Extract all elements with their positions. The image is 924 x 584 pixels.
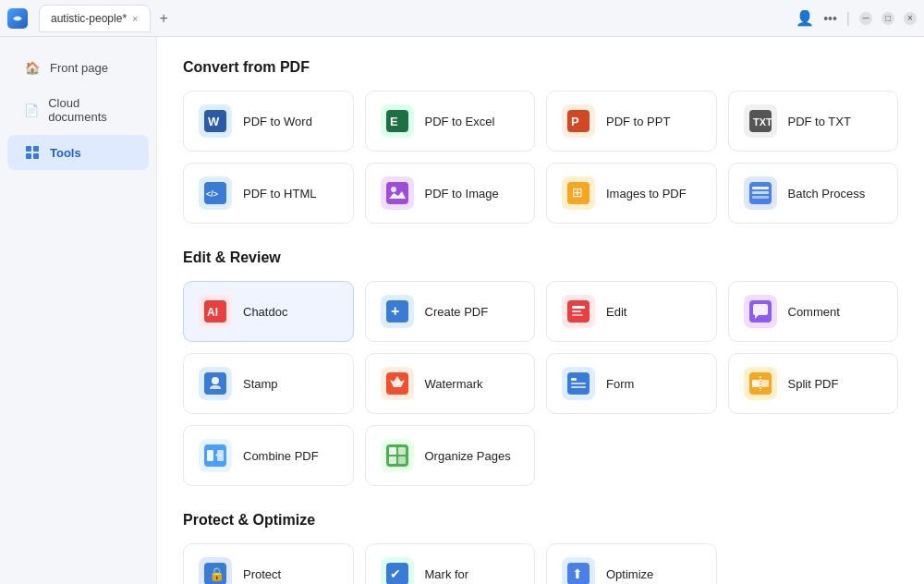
tool-images-to-pdf[interactable]: ⊞ Images to PDF — [546, 163, 717, 224]
svg-point-15 — [391, 187, 396, 192]
svg-rect-47 — [389, 447, 396, 455]
titlebar-left: autistic-people* × + — [7, 5, 174, 32]
svg-rect-3 — [33, 153, 39, 159]
main-layout: 🏠 Front page 📄 Cloud documents Tools Con… — [0, 37, 924, 584]
svg-text:+: + — [391, 303, 399, 319]
home-icon: 🏠 — [24, 59, 41, 76]
svg-rect-50 — [398, 456, 406, 464]
pdf-to-html-icon: </> — [199, 176, 232, 210]
tools-icon — [24, 144, 41, 161]
tool-pdf-to-excel[interactable]: E PDF to Excel — [365, 91, 536, 152]
tool-protect2[interactable]: ✔ Mark for — [365, 543, 536, 584]
section-title-protect: Protect & Optimize — [183, 512, 898, 529]
create-pdf-label: Create PDF — [425, 305, 489, 319]
tool-pdf-to-image[interactable]: PDF to Image — [365, 163, 536, 224]
user-icon[interactable]: 👤 — [796, 9, 814, 27]
svg-text:TXT: TXT — [753, 116, 772, 128]
tab-label: autistic-people* — [51, 12, 127, 25]
minimize-button[interactable]: ─ — [859, 12, 872, 25]
pdf-to-txt-icon: TXT — [744, 104, 777, 138]
tool-watermark[interactable]: Watermark — [365, 353, 536, 414]
maximize-button[interactable]: □ — [881, 12, 894, 25]
svg-text:⊞: ⊞ — [572, 185, 583, 200]
svg-text:✔: ✔ — [390, 566, 401, 581]
images-to-pdf-label: Images to PDF — [606, 187, 687, 201]
svg-text:E: E — [390, 115, 398, 128]
watermark-icon — [381, 367, 414, 400]
tool-create-pdf[interactable]: + Create PDF — [365, 281, 536, 342]
batch-process-label: Batch Process — [788, 187, 866, 201]
watermark-label: Watermark — [425, 377, 483, 391]
svg-rect-35 — [571, 378, 577, 381]
chatdoc-label: Chatdoc — [243, 305, 287, 319]
edit-icon — [562, 295, 595, 328]
comment-label: Comment — [788, 305, 840, 319]
combine-pdf-icon: ↔ — [199, 439, 232, 472]
sidebar-item-cloud-documents[interactable]: 📄 Cloud documents — [7, 87, 149, 133]
protect2-icon: ✔ — [381, 557, 414, 584]
app-icon — [7, 8, 28, 29]
svg-rect-37 — [571, 386, 586, 388]
tool-batch-process[interactable]: Batch Process — [728, 163, 899, 224]
svg-text:↔: ↔ — [213, 448, 225, 461]
svg-text:W: W — [208, 115, 220, 128]
svg-rect-40 — [761, 380, 769, 387]
svg-rect-14 — [386, 182, 408, 204]
tool-form[interactable]: Form — [546, 353, 717, 414]
tool-split-pdf[interactable]: Split PDF — [728, 353, 899, 414]
active-tab[interactable]: autistic-people* × — [39, 5, 151, 32]
sidebar-item-label: Front page — [50, 61, 108, 75]
svg-text:🔒: 🔒 — [209, 566, 225, 582]
svg-rect-49 — [389, 456, 396, 464]
svg-rect-27 — [572, 306, 585, 309]
pdf-to-html-label: PDF to HTML — [243, 187, 316, 201]
svg-point-32 — [212, 377, 219, 384]
tool-stamp[interactable]: Stamp — [183, 353, 354, 414]
sidebar-item-tools[interactable]: Tools — [7, 135, 149, 170]
menu-icon[interactable]: ••• — [823, 11, 837, 26]
tool-pdf-to-html[interactable]: </> PDF to HTML — [183, 163, 354, 224]
sidebar-item-label: Tools — [50, 146, 81, 160]
tool-protect1[interactable]: 🔒 Protect — [183, 543, 354, 584]
tool-edit[interactable]: Edit — [546, 281, 717, 342]
titlebar: autistic-people* × + 👤 ••• | ─ □ × — [0, 0, 924, 37]
tool-organize-pages[interactable]: Organize Pages — [365, 425, 536, 486]
svg-rect-1 — [33, 146, 39, 152]
combine-pdf-label: Combine PDF — [243, 449, 319, 463]
svg-rect-48 — [398, 447, 406, 455]
pdf-to-image-icon — [381, 176, 414, 210]
pdf-to-word-label: PDF to Word — [243, 115, 312, 128]
organize-pages-label: Organize Pages — [425, 449, 511, 463]
svg-rect-43 — [207, 450, 213, 461]
split-pdf-label: Split PDF — [788, 377, 839, 391]
convert-tools-grid: W PDF to Word E PDF to Excel — [183, 91, 898, 224]
tool-pdf-to-ppt[interactable]: P PDF to PPT — [546, 91, 717, 152]
add-tab-button[interactable]: + — [154, 10, 174, 27]
pdf-to-ppt-label: PDF to PPT — [606, 115, 670, 128]
stamp-label: Stamp — [243, 377, 278, 391]
svg-rect-36 — [571, 383, 586, 384]
tool-pdf-to-txt[interactable]: TXT PDF to TXT — [728, 91, 899, 152]
close-button[interactable]: × — [904, 12, 917, 25]
protect1-icon: 🔒 — [199, 557, 232, 584]
tool-protect3[interactable]: ⬆ Optimize — [546, 543, 717, 584]
form-icon — [562, 367, 595, 400]
svg-text:</>: </> — [206, 189, 218, 199]
protect3-icon: ⬆ — [562, 557, 595, 584]
svg-rect-28 — [572, 310, 581, 312]
sidebar-item-front-page[interactable]: 🏠 Front page — [7, 50, 149, 85]
pdf-to-image-label: PDF to Image — [425, 187, 499, 201]
protect-tools-grid: 🔒 Protect ✔ Mark for ⬆ — [183, 543, 898, 584]
svg-text:P: P — [571, 115, 579, 128]
tool-combine-pdf[interactable]: ↔ Combine PDF — [183, 425, 354, 486]
tool-chatdoc[interactable]: AI Chatdoc — [183, 281, 354, 342]
titlebar-icons: 👤 ••• | ─ □ × — [796, 9, 917, 27]
create-pdf-icon: + — [381, 295, 414, 328]
svg-text:⬆: ⬆ — [572, 566, 583, 581]
tool-comment[interactable]: Comment — [728, 281, 899, 342]
tab-close-button[interactable]: × — [132, 13, 138, 24]
split-pdf-icon — [744, 367, 777, 400]
tool-pdf-to-word[interactable]: W PDF to Word — [183, 91, 354, 152]
pdf-to-ppt-icon: P — [562, 104, 595, 138]
protect2-label: Mark for — [425, 567, 469, 581]
